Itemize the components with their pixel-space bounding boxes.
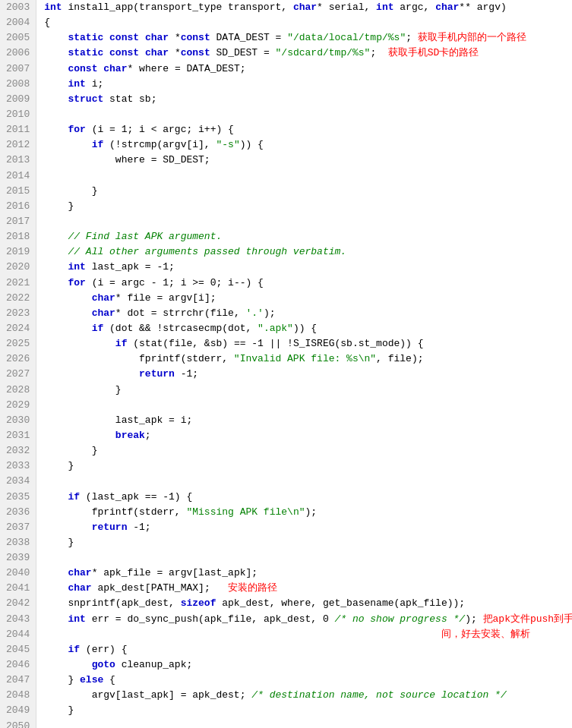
code-line: return -1; <box>44 520 572 535</box>
code-token: char <box>92 292 115 304</box>
code-line <box>44 214 572 229</box>
code-token: -1; <box>175 368 198 380</box>
code-token: /* no show progress */ <box>335 613 466 625</box>
code-token: fprintf(stderr, <box>44 353 234 364</box>
code-line: // Find last APK argument. <box>44 229 572 244</box>
code-line: for (i = 1; i < argc; i++) { <box>44 122 572 137</box>
code-token: fprintf(stderr, <box>44 506 186 518</box>
code-line: static const char *const SD_DEST = "/sdc… <box>44 46 572 61</box>
code-token: * <box>169 47 181 58</box>
code-token: if <box>68 491 80 503</box>
line-number: 2042 <box>6 596 30 611</box>
code-token: ; <box>145 430 151 441</box>
line-number: 2031 <box>6 428 30 443</box>
code-line: fprintf(stderr, "Invalid APK file: %s\n"… <box>44 351 572 367</box>
code-line: } <box>44 199 572 214</box>
code-token: * dot = strrchr(file, <box>115 307 246 319</box>
line-number: 2011 <box>6 122 30 137</box>
code-token <box>44 307 91 319</box>
code-token: ); <box>264 307 276 319</box>
code-token <box>139 32 145 43</box>
line-number: 2020 <box>6 260 30 275</box>
line-number: 2006 <box>6 46 30 61</box>
code-token <box>44 139 91 150</box>
code-token: * where = DATA_DEST; <box>127 63 245 74</box>
code-line: // All other arguments passed through ve… <box>44 244 572 260</box>
code-token: install_app(transport_type transport, <box>62 2 293 13</box>
code-line <box>44 398 572 413</box>
code-token: (!strcmp(argv[i], <box>103 139 216 150</box>
code-token: struct <box>68 93 103 105</box>
code-line: int last_apk = -1; <box>44 260 572 275</box>
code-token <box>103 47 109 58</box>
code-token: char <box>68 567 91 578</box>
code-token <box>44 261 68 273</box>
code-token: if <box>115 338 128 349</box>
code-token <box>44 491 68 503</box>
code-token: char <box>293 2 317 13</box>
code-token: "-s" <box>216 139 239 150</box>
line-number: 2007 <box>6 61 30 77</box>
code-token: if <box>92 139 104 150</box>
code-token: -1; <box>127 522 150 533</box>
code-token: { <box>103 674 115 685</box>
code-token <box>44 170 91 181</box>
code-line: argv[last_apk] = apk_dest; /* destinatio… <box>44 688 572 703</box>
code-token: SD_DEST = <box>210 47 276 58</box>
code-token: "/data/local/tmp/%s" <box>287 32 406 43</box>
code-token: return <box>92 522 128 533</box>
line-number: 2047 <box>6 673 30 688</box>
code-token: if <box>68 644 80 655</box>
code-token: int <box>68 261 85 273</box>
code-line: int i; <box>44 77 572 92</box>
code-token: )) { <box>293 323 317 334</box>
code-token: snprintf(apk_dest, <box>44 597 180 609</box>
line-number: 2010 <box>6 107 30 122</box>
code-token <box>44 338 115 349</box>
code-token: } <box>44 200 74 212</box>
line-number: 2021 <box>6 276 30 291</box>
code-token: int <box>68 613 85 625</box>
line-number: 2005 <box>6 30 30 46</box>
line-number: 2017 <box>6 214 30 229</box>
code-token: 获取手机内部的一个路径 <box>418 32 526 43</box>
code-token: } <box>44 704 74 716</box>
code-token: apk_dest, where, get_basename(apk_file))… <box>216 597 465 609</box>
code-line: } <box>44 383 572 398</box>
code-token: err = do_sync_push(apk_file, apk_dest, 0 <box>86 613 335 625</box>
line-number: 2044 <box>6 627 30 642</box>
code-token: "Invalid APK file: %s\n" <box>234 353 376 364</box>
code-line: if (dot && !strcasecmp(dot, ".apk")) { <box>44 321 572 336</box>
line-number: 2038 <box>6 535 30 550</box>
code-token: // Find last APK argument. <box>44 231 222 242</box>
code-token: } <box>44 445 97 456</box>
code-line: goto cleanup_apk; <box>44 657 572 673</box>
line-number: 2041 <box>6 581 30 596</box>
code-token: last_apk = i; <box>44 414 192 426</box>
code-content[interactable]: int install_app(transport_type transport… <box>36 0 572 728</box>
code-token: char <box>145 32 169 43</box>
code-line: char* dot = strrchr(file, '.'); <box>44 306 572 321</box>
code-token: char <box>92 307 115 319</box>
code-token: } <box>44 674 80 685</box>
code-token: argv[last_apk] = apk_dest; <box>44 689 251 701</box>
code-line: last_apk = i; <box>44 413 572 428</box>
line-number: 2012 <box>6 137 30 153</box>
code-token <box>44 292 91 304</box>
code-token: } <box>44 460 74 471</box>
code-token: int <box>68 78 85 90</box>
code-token: } <box>44 185 97 197</box>
code-line: char* apk_file = argv[last_apk]; <box>44 566 572 581</box>
code-token: break <box>115 430 145 441</box>
code-line: static const char *const DATA_DEST = "/d… <box>44 30 572 46</box>
line-number: 2046 <box>6 657 30 673</box>
line-number: 2015 <box>6 184 30 199</box>
code-token <box>139 47 145 58</box>
code-token: char <box>68 582 91 594</box>
code-token: ; <box>370 47 387 58</box>
code-token <box>44 644 68 655</box>
code-token: * file = argv[i]; <box>115 292 216 304</box>
code-line: if (last_apk == -1) { <box>44 490 572 505</box>
code-token <box>44 368 139 380</box>
code-token: else <box>80 674 103 685</box>
